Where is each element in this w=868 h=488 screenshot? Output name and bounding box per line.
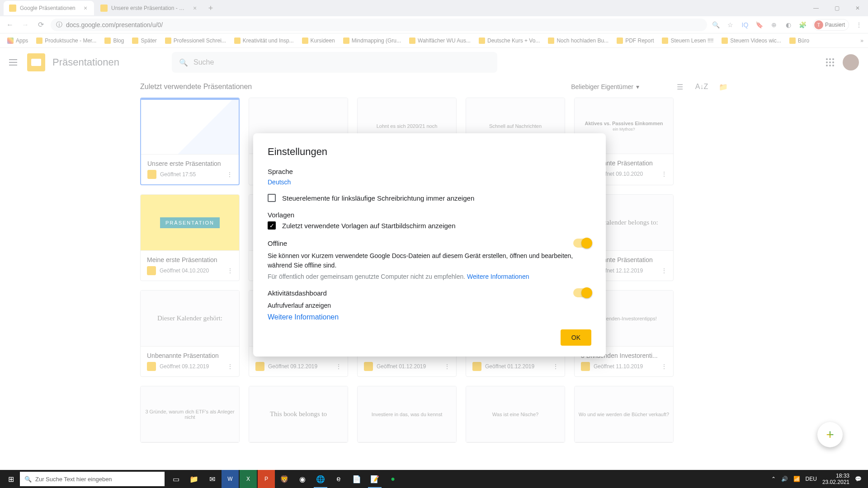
notepad-icon[interactable]: 📝 [366,470,383,488]
activity-toggle[interactable] [573,288,591,297]
more-info-link[interactable]: Weitere Informationen [467,273,529,280]
windows-search[interactable]: 🔍 Zur Suche Text hier eingeben [20,472,165,486]
mail-icon[interactable]: ✉ [203,470,221,488]
explorer-icon[interactable]: 📁 [185,470,203,488]
offline-toggle[interactable] [573,239,591,248]
plus-icon: + [826,427,834,442]
ok-button[interactable]: OK [561,329,591,346]
templates-check-label: Zuletzt verwendete Vorlagen auf Startbil… [282,222,456,230]
brave-icon[interactable]: 🦁 [276,470,293,488]
language-link[interactable]: Deutsch [268,178,291,186]
powerpoint-icon[interactable]: P [258,470,275,488]
settings-dialog: Einstellungen Sprache Deutsch Steuerelem… [253,133,606,357]
language-label: Sprache [268,168,591,175]
volume-icon[interactable]: 🔊 [781,476,788,482]
excel-icon[interactable]: X [240,470,257,488]
task-view-icon[interactable]: ▭ [167,470,184,488]
dialog-title: Einstellungen [268,146,591,158]
notifications-icon[interactable]: 💬 [855,476,862,482]
checkbox-unchecked[interactable] [268,194,276,202]
templates-label: Vorlagen [268,211,591,219]
edge-icon[interactable]: e [330,470,347,488]
wifi-icon[interactable]: 📶 [793,476,800,482]
rtl-checkbox-row[interactable]: Steuerelemente für linksläufige Schreibr… [268,194,591,202]
chrome-icon[interactable]: 🌐 [312,470,329,488]
obs-icon[interactable]: ◉ [294,470,311,488]
app-icon[interactable]: 📄 [348,470,365,488]
new-presentation-fab[interactable]: + [817,422,843,447]
windows-taskbar: ⊞ 🔍 Zur Suche Text hier eingeben ▭ 📁 ✉ W… [0,470,868,488]
system-tray: ⌃ 🔊 📶 DEU 18:33 23.02.2021 💬 [771,473,866,486]
tray-chevron-icon[interactable]: ⌃ [771,476,776,482]
word-icon[interactable]: W [222,470,239,488]
language-indicator[interactable]: DEU [806,476,817,482]
checkbox-checked[interactable]: ✓ [268,221,276,230]
start-button[interactable]: ⊞ [2,470,20,488]
offline-description: Sie können vor Kurzem verwendete Google … [268,251,591,270]
offline-label: Offline [268,239,287,247]
spotify-icon[interactable]: ● [384,470,401,488]
activity-description: Aufrufverlauf anzeigen [268,301,591,310]
activity-label: Aktivitätsdashboard [268,289,327,297]
clock[interactable]: 18:33 23.02.2021 [822,473,849,486]
more-info-link[interactable]: Weitere Informationen [268,313,339,321]
offline-warning: Für öffentlich oder gemeinsam genutzte C… [268,273,591,280]
search-icon: 🔍 [24,476,32,483]
templates-checkbox-row[interactable]: ✓ Zuletzt verwendete Vorlagen auf Startb… [268,221,591,230]
rtl-label: Steuerelemente für linksläufige Schreibr… [282,194,474,202]
